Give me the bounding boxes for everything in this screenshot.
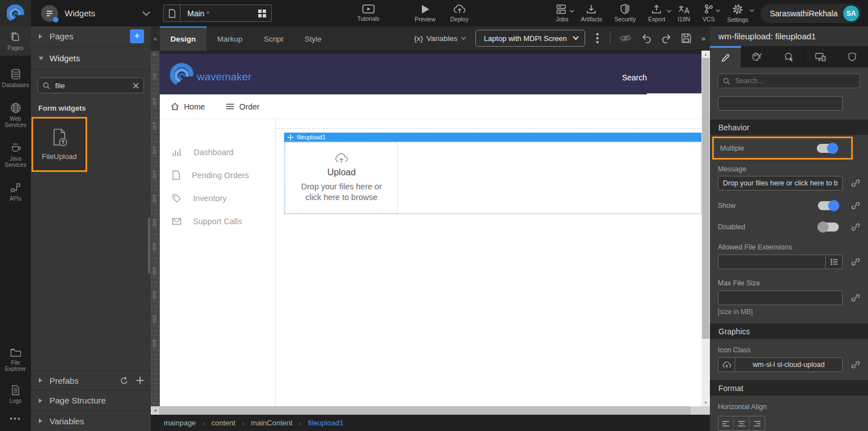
deploy-button[interactable]: Deploy — [450, 4, 469, 22]
nav-order[interactable]: Order — [226, 102, 259, 111]
undo-button[interactable] — [641, 34, 652, 43]
tab-style[interactable]: Style — [294, 26, 332, 51]
scroll-left-arrow[interactable]: ◄ — [151, 408, 159, 413]
rail-item-pages[interactable]: Pages — [0, 26, 31, 56]
palette-icon — [752, 52, 762, 61]
icon-class-input[interactable] — [735, 357, 843, 372]
page-tab[interactable]: Main * — [163, 4, 272, 22]
accordion-variables[interactable]: Variables — [31, 411, 151, 431]
user-menu[interactable]: SaraswathiRekhala SA — [761, 4, 861, 23]
collapse-left-panel-button[interactable]: « — [151, 34, 160, 43]
app-search-link[interactable]: Search — [622, 73, 647, 82]
fileupload-widget-tile[interactable]: FileUpload — [33, 119, 86, 170]
nav-home[interactable]: Home — [171, 102, 205, 111]
align-left-button[interactable] — [718, 416, 734, 430]
refresh-icon[interactable] — [120, 376, 128, 385]
settings-button[interactable]: Settings — [727, 4, 748, 23]
pencil-icon — [721, 53, 730, 62]
accordion-widgets[interactable]: Widgets — [31, 47, 151, 70]
add-prefab-icon[interactable] — [136, 376, 144, 384]
bind-extensions-icon[interactable] — [851, 257, 860, 266]
rail-item-web-services[interactable]: Web Services — [0, 97, 31, 133]
bind-max-size-icon[interactable] — [851, 293, 860, 302]
accordion-prefabs[interactable]: Prefabs — [31, 370, 151, 391]
tab-script[interactable]: Script — [253, 26, 294, 51]
bind-message-icon[interactable] — [851, 179, 860, 188]
breadcrumb-content[interactable]: content — [212, 419, 236, 427]
security-button[interactable]: Security — [614, 4, 636, 22]
rail-overflow-menu[interactable]: ••• — [0, 409, 31, 431]
breadcrumb-mainpage[interactable]: mainpage — [164, 419, 196, 427]
property-name-field[interactable] — [718, 96, 843, 111]
vertical-scroll-thumb[interactable] — [702, 58, 709, 339]
max-file-size-input[interactable] — [718, 291, 843, 305]
rail-item-logs[interactable]: Logs — [0, 380, 31, 409]
toggle-visibility-button[interactable] — [619, 34, 632, 43]
collapse-right-panel-button[interactable]: » — [700, 34, 707, 43]
menu-item-inventory[interactable]: Inventory — [160, 187, 275, 210]
rail-item-java-services[interactable]: Java Services — [0, 137, 31, 173]
undo-icon — [641, 34, 652, 43]
scroll-down-arrow[interactable]: ▼ — [701, 401, 710, 405]
show-toggle[interactable] — [818, 201, 839, 210]
multiple-toggle[interactable] — [817, 144, 838, 153]
breadcrumb-maincontent[interactable]: mainContent — [251, 419, 293, 427]
canvas-vertical-scrollbar[interactable]: ▲ ▼ — [701, 51, 710, 406]
disabled-toggle[interactable] — [818, 223, 839, 232]
widgets-selector-dropdown[interactable]: Widgets — [41, 5, 151, 22]
wavemaker-logo[interactable] — [0, 0, 31, 26]
property-search-input[interactable] — [734, 76, 855, 85]
i18n-button[interactable]: I18N — [678, 4, 690, 22]
tag-icon — [172, 194, 181, 203]
tutorials-button[interactable]: Tutorials — [357, 4, 380, 22]
align-right-button[interactable] — [749, 416, 764, 430]
scroll-up-arrow[interactable]: ▲ — [701, 52, 710, 56]
tab-markup[interactable]: Markup — [206, 26, 253, 51]
tab-security[interactable] — [837, 46, 868, 67]
menu-item-dashboard[interactable]: Dashboard — [160, 140, 275, 164]
breadcrumb-fileupload1[interactable]: fileupload1 — [308, 419, 344, 427]
rail-item-databases[interactable]: Databases — [0, 63, 31, 93]
bind-show-icon[interactable] — [851, 201, 860, 210]
vcs-button[interactable]: VCS — [703, 4, 715, 22]
bind-disabled-icon[interactable] — [851, 223, 860, 232]
add-page-button[interactable]: + — [130, 29, 144, 43]
extensions-picker-button[interactable] — [826, 255, 843, 269]
device-selector[interactable]: Laptop with MDPI Screen — [475, 30, 584, 47]
tab-design[interactable]: Design — [160, 26, 206, 51]
horizontal-scroll-thumb[interactable] — [159, 406, 691, 415]
menu-item-support-calls[interactable]: Support Calls — [160, 210, 275, 233]
more-options-kebab[interactable] — [594, 32, 601, 44]
canvas-horizontal-scrollbar[interactable]: ◄ — [151, 406, 710, 415]
widget-search-input[interactable] — [54, 81, 133, 90]
align-center-button[interactable] — [734, 416, 750, 430]
rail-item-apis[interactable]: APIs — [0, 177, 31, 206]
tab-devices[interactable] — [805, 46, 836, 67]
fileupload-dropzone[interactable]: Upload Drop your files here orclick here… — [285, 142, 398, 214]
bind-icon-class-icon[interactable] — [851, 360, 860, 369]
selected-widget-header[interactable]: fileupload1 — [284, 133, 701, 142]
app-logo: wavemaker — [170, 62, 251, 87]
variables-dropdown[interactable]: {x} Variables — [414, 34, 466, 43]
save-button[interactable] — [681, 33, 691, 43]
export-button[interactable]: Export — [648, 4, 665, 22]
accordion-pages[interactable]: Pages + — [31, 26, 151, 47]
artifacts-button[interactable]: Artifacts — [581, 4, 602, 22]
tab-properties[interactable] — [710, 46, 741, 67]
preview-button[interactable]: Preview — [415, 4, 435, 22]
left-panel-scrollbar[interactable] — [148, 217, 150, 274]
allowed-extensions-input[interactable] — [718, 255, 826, 269]
clear-search-icon[interactable] — [133, 83, 139, 89]
rail-item-file-explorer[interactable]: File Explorer — [0, 343, 31, 376]
wavemaker-logo-icon — [7, 4, 25, 22]
accordion-page-structure[interactable]: Page Structure — [31, 391, 151, 411]
redo-button[interactable] — [661, 34, 672, 43]
tab-styles[interactable] — [741, 46, 773, 67]
menu-item-pending-orders[interactable]: Pending Orders — [160, 164, 275, 187]
jobs-button[interactable]: Jobs — [556, 4, 568, 22]
tab-events[interactable] — [773, 46, 805, 67]
app-side-menu: Dashboard Pending Orders Inventory — [160, 119, 276, 406]
grid-view-icon[interactable] — [258, 9, 267, 18]
search-icon — [43, 82, 50, 89]
message-input[interactable] — [718, 176, 843, 190]
